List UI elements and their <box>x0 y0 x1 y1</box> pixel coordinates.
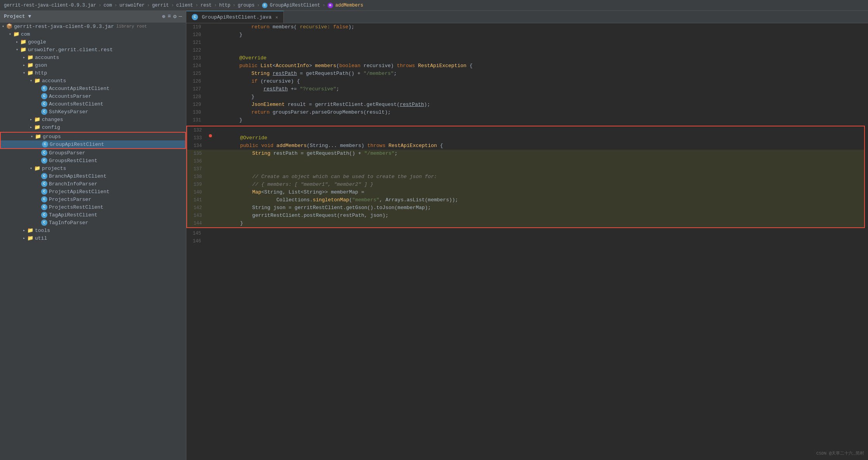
tree-label-SshKeysParser: SshKeysParser <box>49 109 88 115</box>
line-number: 132 <box>187 126 207 134</box>
sidebar-item-SshKeysParser[interactable]: CSshKeysParser <box>0 108 186 116</box>
sidebar-item-com[interactable]: ▾📁com <box>0 30 186 38</box>
class-file-icon: C <box>41 188 47 195</box>
sidebar-item-util[interactable]: ▸📁util <box>0 234 186 242</box>
folder-arrow: ▾ <box>29 134 35 139</box>
code-line: 123 @Override <box>186 54 868 62</box>
sidebar-title: Project <box>4 14 25 19</box>
folder-arrow: ▸ <box>21 63 27 67</box>
tab-groupapirestclient[interactable]: C GroupApiRestClient.java ✕ <box>186 11 284 23</box>
line-number: 143 <box>187 212 207 220</box>
tree-label-AccountsParser: AccountsParser <box>49 93 91 99</box>
line-number: 139 <box>187 181 207 188</box>
line-content: // { members: [ "member1", "member2" ] } <box>214 181 864 188</box>
sidebar-item-gson[interactable]: ▸📁gson <box>0 61 186 69</box>
jar-icon: 📦 <box>6 23 12 29</box>
close-icon[interactable]: — <box>179 13 182 20</box>
sidebar-item-urswolfer[interactable]: ▾📁urswolfer.gerrit.client.rest <box>0 46 186 54</box>
folder-arrow: ▸ <box>21 228 27 233</box>
sidebar-item-GroupsRestClient[interactable]: CGroupsRestClient <box>0 157 186 164</box>
line-number: 122 <box>186 47 206 54</box>
line-number: 129 <box>186 101 206 109</box>
code-line: 142 String json = gerritRestClient.getGs… <box>187 204 864 212</box>
line-content: String restPath = getRequestPath() + "/m… <box>214 70 868 78</box>
sidebar[interactable]: Project ▼ ⊕ ≡ ⚙ — ▾📦gerrit-rest-java-cli… <box>0 11 186 460</box>
line-content: public List<AccountInfo> members(boolean… <box>214 62 868 70</box>
tab-label: GroupApiRestClient.java <box>202 14 271 20</box>
folder-arrow: ▸ <box>21 55 27 60</box>
code-line: 135 String restPath = getRequestPath() +… <box>187 150 864 157</box>
line-content: String restPath = getRequestPath() + "/m… <box>214 150 864 157</box>
line-content: } <box>214 31 868 39</box>
sidebar-item-config[interactable]: ▸📁config <box>0 123 186 131</box>
line-content: @Override <box>214 54 868 62</box>
sidebar-item-AccountsParser[interactable]: CAccountsParser <box>0 92 186 100</box>
sync-icon[interactable]: ⊕ <box>162 13 165 20</box>
code-line: 131 } <box>186 116 868 124</box>
settings-icon[interactable]: ⚙ <box>173 13 176 20</box>
tree-label-ProjectsParser: ProjectsParser <box>49 197 91 202</box>
line-content: gerritRestClient.postRequest(restPath, j… <box>214 212 864 220</box>
code-editor[interactable]: 119 return members( recursive: false);12… <box>186 23 868 460</box>
tree-label-accounts2: accounts <box>42 78 66 84</box>
breadcrumb-jar[interactable]: gerrit-rest-java-client-0.9.3.jar <box>4 3 96 8</box>
sidebar-item-accounts1[interactable]: ▸📁accounts <box>0 54 186 61</box>
tree-label-BranchApiRestClient: BranchApiRestClient <box>49 173 106 179</box>
folder-icon: 📁 <box>27 70 33 76</box>
breadcrumb-com[interactable]: com <box>104 3 112 8</box>
tree-container: ▾📦gerrit-rest-java-client-0.9.3.jarlibra… <box>0 22 186 242</box>
breadcrumb-client[interactable]: client <box>176 3 193 8</box>
tab-close-button[interactable]: ✕ <box>275 15 278 20</box>
sidebar-item-BranchInfoParser[interactable]: CBranchInfoParser <box>0 180 186 188</box>
sidebar-item-AccountApiRestClient[interactable]: CAccountApiRestClient <box>0 85 186 92</box>
tree-label-TagApiRestClient: TagApiRestClient <box>49 212 97 218</box>
sidebar-item-projects[interactable]: ▾📁projects <box>0 164 186 172</box>
sidebar-item-TagApiRestClient[interactable]: CTagApiRestClient <box>0 211 186 219</box>
tree-label-config: config <box>42 125 60 130</box>
sidebar-item-tools[interactable]: ▸📁tools <box>0 227 186 234</box>
sidebar-item-http[interactable]: ▾📁http <box>0 69 186 77</box>
tree-label-groups: groups <box>43 134 61 140</box>
line-content: } <box>214 116 868 124</box>
code-line: 126 if (recursive) { <box>186 78 868 85</box>
line-number: 124 <box>186 62 206 70</box>
code-line: 144 } <box>187 220 864 227</box>
sidebar-item-GroupApiRestClient[interactable]: CGroupApiRestClient <box>0 140 186 149</box>
line-number: 125 <box>186 70 206 78</box>
folder-icon: 📁 <box>27 54 33 61</box>
tree-label-AccountsRestClient: AccountsRestClient <box>49 101 103 107</box>
code-line: 127 restPath += "?recursive"; <box>186 85 868 93</box>
breadcrumb-groups[interactable]: groups <box>238 3 255 8</box>
sidebar-item-changes[interactable]: ▸📁changes <box>0 116 186 123</box>
code-line: 124 public List<AccountInfo> members(boo… <box>186 62 868 70</box>
sidebar-item-GroupsParser[interactable]: CGroupsParser <box>0 149 186 157</box>
tree-label-GroupApiRestClient: GroupApiRestClient <box>50 142 104 147</box>
sidebar-item-google[interactable]: ▸📁google <box>0 38 186 46</box>
tree-label-accounts1: accounts <box>35 55 59 61</box>
breadcrumb-class[interactable]: GroupApiRestClient <box>270 3 320 8</box>
sidebar-item-ProjectApiRestClient[interactable]: CProjectApiRestClient <box>0 188 186 195</box>
sidebar-item-TagInfoParser[interactable]: CTagInfoParser <box>0 219 186 227</box>
folder-arrow: ▸ <box>14 40 20 44</box>
folder-icon: 📁 <box>35 133 41 140</box>
line-content: // Create an object which can be used to… <box>214 173 864 181</box>
breadcrumb-http[interactable]: http <box>219 3 231 8</box>
sidebar-item-jar[interactable]: ▾📦gerrit-rest-java-client-0.9.3.jarlibra… <box>0 22 186 30</box>
tree-label-AccountApiRestClient: AccountApiRestClient <box>49 86 109 92</box>
breadcrumb-rest[interactable]: rest <box>201 3 212 8</box>
folder-icon: 📁 <box>34 165 40 171</box>
sidebar-item-accounts2[interactable]: ▾📁accounts <box>0 77 186 85</box>
code-line: 120 } <box>186 31 868 39</box>
line-number: 131 <box>186 116 206 124</box>
breadcrumb-gerrit[interactable]: gerrit <box>152 3 169 8</box>
line-number: 120 <box>186 31 206 39</box>
sidebar-item-AccountsRestClient[interactable]: CAccountsRestClient <box>0 100 186 108</box>
sidebar-item-ProjectsRestClient[interactable]: CProjectsRestClient <box>0 203 186 211</box>
sidebar-item-BranchApiRestClient[interactable]: CBranchApiRestClient <box>0 172 186 180</box>
collapse-icon[interactable]: ≡ <box>168 13 171 20</box>
sidebar-item-groups[interactable]: ▾📁groups <box>0 132 186 140</box>
tree-label-http: http <box>35 70 47 76</box>
line-content: String json = gerritRestClient.getGson()… <box>214 204 864 212</box>
sidebar-item-ProjectsParser[interactable]: CProjectsParser <box>0 195 186 203</box>
breadcrumb-urswolfer[interactable]: urswolfer <box>120 3 145 8</box>
